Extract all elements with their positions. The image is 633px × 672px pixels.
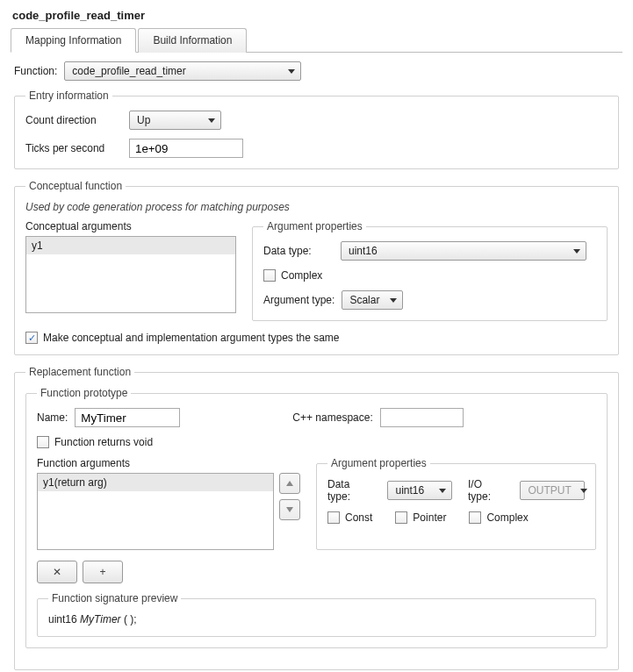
move-down-button[interactable] bbox=[279, 499, 300, 520]
returns-void-label: Function returns void bbox=[54, 436, 153, 448]
checkbox-box bbox=[327, 511, 340, 524]
argument-type-value: Scalar bbox=[349, 294, 379, 306]
same-types-label: Make conceptual and implementation argum… bbox=[43, 332, 340, 344]
chevron-down-icon bbox=[439, 489, 446, 493]
sig-function-name: MyTimer bbox=[80, 613, 121, 626]
iotype-dropdown: OUTPUT bbox=[520, 481, 585, 500]
conceptual-datatype-value: uint16 bbox=[349, 245, 378, 257]
function-label: Function: bbox=[14, 65, 57, 77]
tab-mapping-information[interactable]: Mapping Information bbox=[11, 28, 136, 53]
checkbox-box bbox=[395, 511, 407, 524]
function-dropdown-value: code_profile_read_timer bbox=[72, 65, 185, 77]
ticks-per-second-label: Ticks per second bbox=[25, 142, 122, 154]
const-label: Const bbox=[345, 511, 372, 524]
count-direction-dropdown[interactable]: Up bbox=[129, 111, 221, 130]
conceptual-function-group: Conceptual function Used by code generat… bbox=[14, 180, 619, 355]
replacement-datatype-value: uint16 bbox=[395, 484, 424, 497]
cpp-namespace-input[interactable] bbox=[380, 408, 464, 427]
checkbox-box bbox=[263, 269, 276, 282]
mapping-tab-content: Function: code_profile_read_timer Entry … bbox=[11, 61, 622, 670]
iotype-label: I/O type: bbox=[468, 478, 506, 503]
argument-type-label: Argument type: bbox=[263, 294, 334, 306]
replacement-complex-label: Complex bbox=[486, 511, 528, 524]
checkbox-box bbox=[469, 511, 481, 524]
signature-preview-group: Function signature preview uint16 MyTime… bbox=[37, 592, 596, 637]
function-dropdown[interactable]: code_profile_read_timer bbox=[64, 61, 301, 81]
prototype-name-label: Name: bbox=[37, 411, 68, 424]
remove-arg-button[interactable]: ✕ bbox=[37, 561, 77, 583]
chevron-down-icon bbox=[208, 118, 215, 123]
pointer-checkbox[interactable]: Pointer bbox=[395, 511, 446, 524]
same-types-checkbox[interactable]: Make conceptual and implementation argum… bbox=[25, 332, 340, 344]
entry-information-legend: Entry information bbox=[25, 89, 112, 102]
returns-void-checkbox[interactable]: Function returns void bbox=[37, 436, 153, 448]
editor-window: code_profile_read_timer Mapping Informat… bbox=[0, 0, 633, 670]
signature-preview-legend: Function signature preview bbox=[48, 592, 181, 604]
replacement-function-legend: Replacement function bbox=[25, 366, 134, 378]
conceptual-datatype-label: Data type: bbox=[263, 245, 334, 257]
replacement-function-group: Replacement function Function prototype … bbox=[14, 366, 619, 670]
argument-type-dropdown[interactable]: Scalar bbox=[342, 290, 403, 310]
replacement-arg-properties-group: Argument properties Data type: uint16 I/… bbox=[316, 457, 596, 550]
count-direction-value: Up bbox=[137, 114, 150, 126]
tab-build-information[interactable]: Build Information bbox=[138, 28, 247, 53]
conceptual-arg-properties-group: Argument properties Data type: uint16 Co… bbox=[252, 220, 608, 321]
sig-return-type: uint16 bbox=[48, 613, 80, 626]
cpp-namespace-label: C++ namespace: bbox=[292, 411, 372, 424]
page-title: code_profile_read_timer bbox=[11, 7, 622, 27]
conceptual-complex-label: Complex bbox=[281, 269, 322, 282]
tab-strip: Mapping Information Build Information bbox=[11, 27, 622, 53]
conceptual-complex-checkbox[interactable]: Complex bbox=[263, 269, 322, 282]
list-item[interactable]: y1 bbox=[26, 237, 235, 254]
prototype-name-input[interactable] bbox=[75, 408, 180, 427]
function-args-label: Function arguments bbox=[37, 457, 300, 469]
iotype-value: OUTPUT bbox=[528, 484, 571, 497]
list-item[interactable]: y1(return arg) bbox=[38, 474, 273, 491]
chevron-down-icon bbox=[580, 489, 587, 493]
conceptual-datatype-dropdown[interactable]: uint16 bbox=[341, 241, 586, 261]
move-up-button[interactable] bbox=[279, 473, 300, 494]
count-direction-label: Count direction bbox=[25, 114, 122, 126]
chevron-down-icon bbox=[573, 249, 580, 254]
arrow-down-icon bbox=[286, 507, 293, 512]
replacement-arg-properties-legend: Argument properties bbox=[327, 457, 430, 469]
checkbox-box bbox=[37, 436, 49, 448]
sig-tail: ( ); bbox=[121, 613, 137, 626]
replacement-complex-checkbox[interactable]: Complex bbox=[469, 511, 528, 524]
chevron-down-icon bbox=[390, 298, 397, 303]
conceptual-function-legend: Conceptual function bbox=[25, 180, 126, 192]
conceptual-subtitle: Used by code generation process for matc… bbox=[25, 201, 608, 213]
signature-preview-text: uint16 MyTimer ( ); bbox=[48, 613, 585, 626]
entry-information-group: Entry information Count direction Up Tic… bbox=[14, 89, 619, 169]
conceptual-arg-properties-legend: Argument properties bbox=[263, 220, 366, 232]
const-checkbox[interactable]: Const bbox=[327, 511, 372, 524]
function-prototype-group: Function prototype Name: C++ namespace: … bbox=[25, 387, 608, 648]
conceptual-args-label: Conceptual arguments bbox=[25, 220, 236, 232]
replacement-datatype-dropdown[interactable]: uint16 bbox=[387, 481, 452, 500]
function-prototype-legend: Function prototype bbox=[37, 387, 131, 399]
conceptual-args-listbox[interactable]: y1 bbox=[25, 236, 236, 313]
replacement-datatype-label: Data type: bbox=[327, 478, 373, 503]
chevron-down-icon bbox=[288, 69, 295, 74]
arrow-up-icon bbox=[286, 481, 293, 486]
checkbox-box bbox=[25, 332, 38, 344]
pointer-label: Pointer bbox=[413, 511, 446, 524]
ticks-per-second-input[interactable] bbox=[129, 139, 243, 158]
add-arg-button[interactable]: + bbox=[83, 561, 123, 583]
function-args-listbox[interactable]: y1(return arg) bbox=[37, 473, 274, 550]
